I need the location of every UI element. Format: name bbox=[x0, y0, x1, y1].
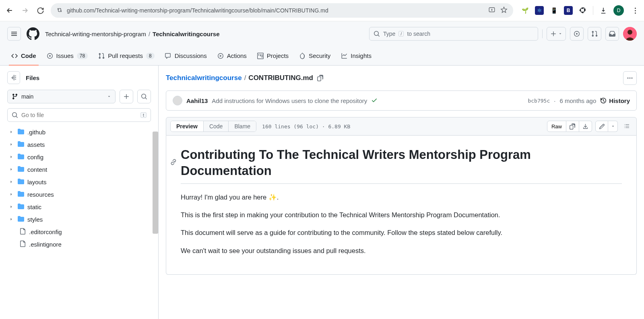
commit-message[interactable]: Add instructions for Windows users to cl… bbox=[212, 97, 367, 104]
preview-tab[interactable]: Preview bbox=[171, 121, 203, 132]
tab-projects[interactable]: Projects bbox=[253, 46, 293, 65]
path-repo-link[interactable]: Technicalwritingcourse bbox=[166, 74, 242, 82]
tree-folder[interactable]: static bbox=[7, 201, 151, 213]
extensions-menu-icon[interactable] bbox=[578, 6, 587, 15]
forward-button[interactable] bbox=[20, 6, 30, 15]
tree-item-label: .editorconfig bbox=[29, 228, 62, 235]
commit-age[interactable]: 6 months ago bbox=[559, 97, 596, 104]
plus-icon bbox=[123, 93, 130, 100]
commit-author[interactable]: Aahil13 bbox=[186, 97, 208, 104]
commit-author-avatar[interactable] bbox=[173, 96, 182, 105]
doc-paragraph: This is the first step in making your co… bbox=[181, 210, 622, 220]
branch-select[interactable]: main bbox=[7, 90, 116, 103]
blame-tab[interactable]: Blame bbox=[228, 121, 256, 132]
reload-button[interactable] bbox=[35, 6, 45, 15]
download-button[interactable] bbox=[579, 121, 592, 132]
browser-menu-button[interactable] bbox=[631, 8, 639, 14]
search-input[interactable]: Type / to search bbox=[369, 27, 538, 41]
tab-discussions[interactable]: Discussions bbox=[161, 46, 211, 65]
create-new-button[interactable] bbox=[547, 27, 566, 41]
tree-folder[interactable]: layouts bbox=[7, 176, 151, 188]
copy-raw-button[interactable] bbox=[566, 121, 579, 132]
notifications-button[interactable] bbox=[605, 27, 619, 41]
tree-item-label: .eslintignore bbox=[29, 241, 62, 248]
file-tree: .githubassetsconfigcontentlayoutsresourc… bbox=[7, 126, 151, 251]
file-filter-input[interactable]: t bbox=[7, 108, 151, 122]
tree-file[interactable]: .editorconfig bbox=[7, 226, 151, 238]
ext-icon-4[interactable]: B bbox=[564, 6, 573, 15]
commit-sha[interactable]: bcb795c bbox=[528, 98, 550, 104]
tree-folder[interactable]: assets bbox=[7, 138, 151, 151]
caret-down-icon bbox=[558, 32, 562, 36]
tab-insights[interactable]: Insights bbox=[337, 46, 376, 65]
files-heading: Files bbox=[26, 74, 39, 81]
extensions-area: 🌱 ⚛ 📱 B D bbox=[519, 5, 625, 16]
edit-button[interactable] bbox=[595, 121, 608, 132]
github-logo-icon[interactable] bbox=[27, 27, 39, 40]
tab-actions-label: Actions bbox=[227, 52, 247, 59]
file-filter-field[interactable] bbox=[21, 112, 137, 118]
tab-projects-label: Projects bbox=[267, 52, 289, 59]
file-path-breadcrumb: Technicalwritingcourse / CONTRIBUTING.md bbox=[166, 74, 313, 82]
git-pr-icon bbox=[591, 31, 598, 37]
caret-down-icon bbox=[611, 124, 615, 128]
divider bbox=[593, 6, 593, 15]
tree-item-label: static bbox=[27, 204, 41, 210]
history-icon bbox=[600, 97, 607, 104]
issues-button[interactable] bbox=[570, 27, 584, 41]
bookmark-star-icon[interactable] bbox=[500, 6, 508, 15]
url-bar[interactable]: github.com/Technical-writing-mentorship-… bbox=[51, 3, 513, 18]
search-tree-button[interactable] bbox=[137, 90, 151, 103]
tab-insights-label: Insights bbox=[351, 52, 372, 59]
issues-count-badge: 78 bbox=[77, 53, 88, 59]
folder-icon bbox=[18, 153, 24, 161]
caret-down-icon bbox=[107, 93, 111, 100]
tab-pulls[interactable]: Pull requests8 bbox=[94, 46, 158, 65]
code-tab[interactable]: Code bbox=[203, 121, 228, 132]
owner-link[interactable]: Technical-writing-mentorship-program bbox=[45, 31, 146, 37]
pull-requests-button[interactable] bbox=[588, 27, 601, 41]
copy-path-button[interactable] bbox=[317, 75, 324, 81]
graph-icon bbox=[341, 53, 347, 59]
more-actions-button[interactable] bbox=[623, 71, 637, 85]
ext-icon-3[interactable]: 📱 bbox=[549, 6, 558, 15]
tab-issues[interactable]: Issues78 bbox=[43, 46, 92, 65]
tab-code[interactable]: Code bbox=[7, 46, 40, 65]
profile-avatar[interactable]: D bbox=[613, 5, 624, 16]
repo-link[interactable]: Technicalwritingcourse bbox=[153, 31, 219, 37]
file-toolbar: Preview Code Blame 160 lines (96 loc) · … bbox=[166, 117, 637, 136]
svg-point-7 bbox=[627, 78, 629, 79]
tree-file[interactable]: .eslintignore bbox=[7, 238, 151, 251]
tree-folder[interactable]: styles bbox=[7, 213, 151, 226]
tree-item-label: styles bbox=[27, 216, 43, 223]
tab-actions[interactable]: Actions bbox=[213, 46, 251, 65]
downloads-icon[interactable] bbox=[599, 6, 608, 15]
anchor-icon[interactable] bbox=[170, 159, 177, 167]
search-icon bbox=[12, 112, 18, 118]
raw-button[interactable]: Raw bbox=[547, 121, 566, 132]
site-info-icon[interactable] bbox=[56, 7, 63, 14]
user-avatar[interactable] bbox=[623, 27, 637, 41]
add-file-button[interactable] bbox=[120, 90, 133, 103]
history-link[interactable]: History bbox=[600, 97, 630, 104]
status-check-icon[interactable] bbox=[371, 97, 378, 105]
back-button[interactable] bbox=[5, 6, 14, 15]
collapse-tree-button[interactable] bbox=[7, 71, 20, 84]
ext-icon-1[interactable]: 🌱 bbox=[520, 6, 529, 15]
global-nav-button[interactable] bbox=[7, 27, 21, 41]
install-icon[interactable] bbox=[488, 6, 495, 15]
tree-folder[interactable]: resources bbox=[7, 188, 151, 201]
tab-security[interactable]: Security bbox=[295, 46, 334, 65]
tree-folder[interactable]: config bbox=[7, 151, 151, 163]
tree-folder[interactable]: .github bbox=[7, 126, 151, 138]
search-icon bbox=[374, 31, 380, 37]
ext-icon-2[interactable]: ⚛ bbox=[535, 6, 544, 15]
shield-icon bbox=[299, 53, 305, 59]
sidebar-scrollbar[interactable] bbox=[153, 132, 158, 234]
folder-icon bbox=[18, 141, 24, 148]
tree-folder[interactable]: content bbox=[7, 163, 151, 176]
folder-icon bbox=[18, 191, 24, 198]
outline-button[interactable] bbox=[621, 121, 632, 132]
tree-item-label: config bbox=[27, 154, 43, 161]
edit-dropdown[interactable] bbox=[608, 121, 618, 132]
